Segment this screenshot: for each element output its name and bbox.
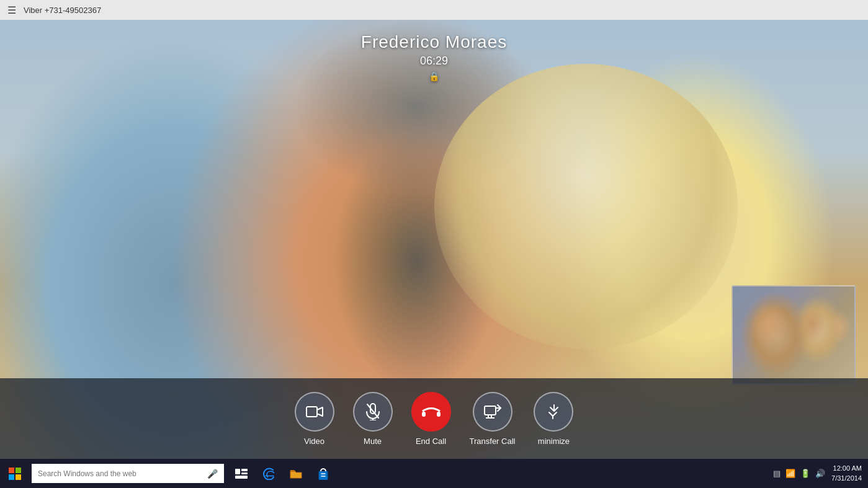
self-view-thumbnail — [732, 285, 856, 384]
svg-line-4 — [367, 404, 378, 418]
minimize-icon — [534, 392, 573, 432]
call-area: Frederico Moraes 06:29 🔒 Video — [0, 20, 868, 459]
minimize-label: minimize — [538, 437, 570, 446]
svg-rect-13 — [241, 472, 248, 474]
svg-rect-12 — [241, 469, 248, 471]
svg-rect-0 — [306, 407, 317, 417]
video-icon — [295, 392, 334, 432]
clock-time: 12:00 AM — [831, 464, 862, 473]
video-label: Video — [304, 437, 324, 446]
app-title: Viber +731-49502367 — [24, 6, 101, 15]
video-button[interactable]: Video — [295, 392, 334, 446]
taskbar-task-view[interactable] — [229, 459, 254, 488]
hamburger-menu[interactable]: ☰ — [7, 4, 16, 16]
svg-rect-7 — [485, 406, 496, 415]
mute-label: Mute — [364, 437, 382, 446]
call-duration: 06:29 — [0, 55, 868, 68]
controls-bar: Video Mute — [0, 378, 868, 459]
caller-name: Frederico Moraes — [0, 32, 868, 52]
svg-rect-14 — [235, 476, 248, 479]
taskbar-store[interactable] — [311, 459, 336, 488]
svg-rect-11 — [235, 469, 240, 474]
call-info: Frederico Moraes 06:29 🔒 — [0, 32, 868, 81]
volume-icon: 🔊 — [815, 469, 825, 478]
search-bar[interactable]: 🎤 — [32, 464, 224, 483]
mute-icon — [353, 392, 393, 432]
svg-rect-6 — [437, 412, 441, 417]
search-input[interactable] — [38, 469, 202, 478]
transfer-call-label: Transfer Call — [470, 437, 516, 446]
microphone-icon: 🎤 — [207, 469, 218, 479]
transfer-call-icon — [473, 392, 512, 432]
minimize-button[interactable]: minimize — [534, 392, 573, 446]
lock-icon: 🔒 — [0, 71, 868, 81]
taskbar-edge[interactable] — [256, 459, 281, 488]
end-call-button[interactable]: End Call — [411, 392, 451, 446]
dog-area — [434, 64, 738, 349]
end-call-label: End Call — [416, 437, 446, 446]
start-button[interactable] — [0, 459, 29, 488]
end-call-icon — [411, 392, 451, 432]
system-tray: ▤ 📶 🔋 🔊 — [773, 469, 825, 478]
taskbar-apps — [229, 459, 336, 488]
taskbar: 🎤 — [0, 459, 868, 488]
caption-icon: ▤ — [773, 469, 781, 478]
svg-rect-5 — [422, 412, 426, 417]
battery-icon: 🔋 — [800, 469, 810, 478]
clock: 12:00 AM 7/31/2014 — [831, 464, 862, 483]
taskbar-right: ▤ 📶 🔋 🔊 12:00 AM 7/31/2014 — [773, 464, 868, 483]
svg-rect-15 — [319, 471, 328, 480]
clock-date: 7/31/2014 — [831, 474, 862, 483]
transfer-call-button[interactable]: Transfer Call — [470, 392, 516, 446]
network-icon: 📶 — [785, 469, 795, 478]
title-bar: ☰ Viber +731-49502367 — [0, 0, 868, 20]
mute-button[interactable]: Mute — [353, 392, 393, 446]
windows-logo — [9, 468, 21, 480]
taskbar-file-explorer[interactable] — [284, 459, 308, 488]
